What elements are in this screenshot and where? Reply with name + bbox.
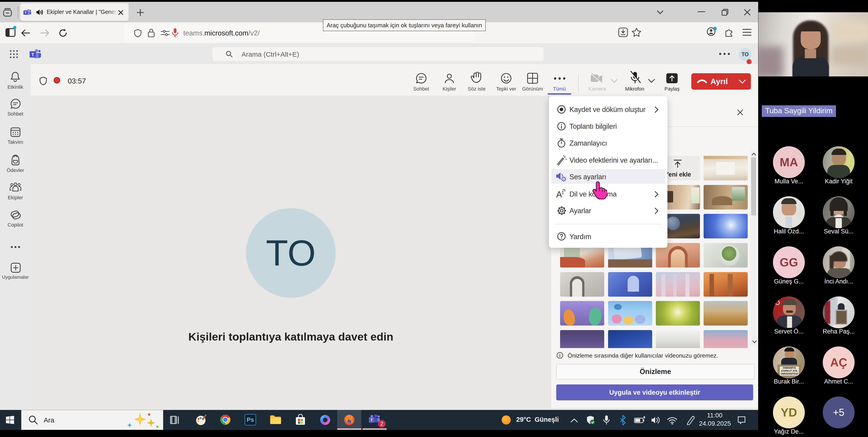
svg-text:T: T — [370, 418, 373, 422]
svg-text:T: T — [25, 11, 27, 14]
svg-text:t: t — [562, 189, 564, 196]
svg-text:A: A — [556, 190, 562, 199]
svg-text:T: T — [31, 52, 34, 57]
